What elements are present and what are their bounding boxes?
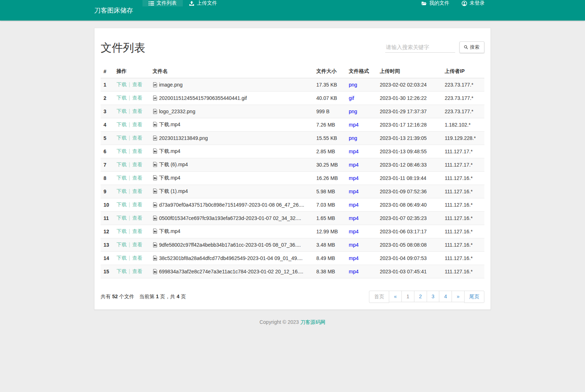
view-link[interactable]: 查看 [132, 255, 142, 261]
download-link[interactable]: 下载 [116, 215, 127, 221]
brand-title[interactable]: 刀客图床储存 [94, 0, 142, 21]
file-format-link[interactable]: mp4 [349, 189, 359, 194]
view-link[interactable]: 查看 [132, 148, 142, 154]
file-table-body: 1 下载|查看 image.png 17.35 KB png 2023-02-0… [101, 78, 484, 278]
view-link[interactable]: 查看 [132, 228, 142, 234]
row-index: 14 [101, 252, 114, 265]
download-link[interactable]: 下载 [116, 135, 127, 141]
view-link[interactable]: 查看 [132, 188, 142, 194]
file-size: 999 B [313, 105, 346, 118]
view-link[interactable]: 查看 [132, 215, 142, 221]
page-link-4[interactable]: 4 [439, 291, 452, 302]
file-format-link[interactable]: mp4 [349, 255, 359, 261]
table-row: 11 下载|查看 0500f015347ce697fc93a193efa6723… [101, 212, 484, 225]
footer-site-link[interactable]: 刀客源码网 [300, 319, 326, 325]
upload-time: 2023-01-05 08:08:08 [377, 238, 442, 252]
file-format-link[interactable]: mp4 [349, 229, 359, 234]
view-link[interactable]: 查看 [132, 202, 142, 207]
file-size: 8.49 MB [313, 252, 346, 265]
file-format-link[interactable]: mp4 [349, 149, 359, 154]
uploader-ip: 111.127.16.* [442, 212, 484, 225]
view-link[interactable]: 查看 [132, 108, 142, 114]
nav-item-upload[interactable]: 上传文件 [183, 0, 223, 6]
page-link-尾页[interactable]: 尾页 [464, 291, 484, 303]
upload-time: 2023-01-04 09:07:53 [377, 252, 442, 265]
view-link[interactable]: 查看 [132, 122, 142, 127]
file-name: 38c52301bf8a28a64dfcd77db4962549-2023-01… [159, 255, 303, 261]
download-link[interactable]: 下载 [116, 255, 127, 261]
page-link-»[interactable]: » [452, 291, 465, 302]
view-link[interactable]: 查看 [132, 175, 142, 181]
upload-time: 2023-01-03 07:45:41 [377, 265, 442, 278]
nav-item-my-files[interactable]: 我的文件 [415, 0, 456, 6]
download-link[interactable]: 下载 [116, 202, 127, 207]
search-button-label: 搜索 [470, 44, 479, 50]
table-row: 2 下载|查看 20200115124554157906355440441.gi… [101, 92, 484, 105]
file-name: 下载 (1).mp4 [159, 188, 188, 194]
file-table: # 操作 文件名 文件大小 文件格式 上传时间 上传者IP 1 下载|查看 im… [101, 65, 484, 278]
file-format-link[interactable]: png [349, 82, 357, 88]
video-file-icon [153, 216, 158, 221]
nav-item-login-status[interactable]: 未登录 [456, 0, 491, 6]
search-input[interactable] [385, 42, 455, 53]
file-format-link[interactable]: mp4 [349, 175, 359, 181]
table-row: 1 下载|查看 image.png 17.35 KB png 2023-02-0… [101, 78, 484, 92]
view-link[interactable]: 查看 [132, 162, 142, 167]
file-format-link[interactable]: mp4 [349, 162, 359, 168]
uploader-ip: 111.127.16.* [442, 198, 484, 212]
upload-time: 2023-01-06 03:17:17 [377, 225, 442, 238]
file-format-link[interactable]: mp4 [349, 215, 359, 221]
file-format-link[interactable]: mp4 [349, 122, 359, 128]
download-link[interactable]: 下载 [116, 228, 127, 234]
nav-item-file-list[interactable]: 文件列表 [142, 0, 183, 6]
view-link[interactable]: 查看 [132, 135, 142, 141]
row-index: 5 [101, 132, 114, 145]
file-format-link[interactable]: mp4 [349, 242, 359, 248]
file-format-link[interactable]: png [349, 109, 357, 114]
table-row: 6 下载|查看 下载.mp4 2.85 MB mp4 2023-01-13 09… [101, 145, 484, 158]
view-link[interactable]: 查看 [132, 242, 142, 247]
download-link[interactable]: 下载 [116, 268, 127, 274]
view-link[interactable]: 查看 [132, 268, 142, 274]
pagination-item: « [389, 291, 402, 303]
download-link[interactable]: 下载 [116, 188, 127, 194]
download-link[interactable]: 下载 [116, 148, 127, 154]
page-link-2[interactable]: 2 [414, 291, 427, 302]
download-link[interactable]: 下载 [116, 122, 127, 127]
file-size: 7.26 MB [313, 118, 346, 132]
file-count: 52 [112, 294, 118, 299]
file-format-link[interactable]: mp4 [349, 269, 359, 274]
nav-item-label: 我的文件 [429, 0, 449, 6]
file-format-link[interactable]: png [349, 135, 357, 141]
file-format-link[interactable]: gif [349, 95, 354, 101]
page-link-3[interactable]: 3 [427, 291, 440, 302]
table-row: 8 下载|查看 下载.mp4 16.26 MB mp4 2023-01-11 0… [101, 172, 484, 185]
download-link[interactable]: 下载 [116, 108, 127, 114]
download-link[interactable]: 下载 [116, 82, 127, 87]
file-size: 2.85 MB [313, 145, 346, 158]
col-header-actions: 操作 [114, 65, 150, 78]
video-file-icon [153, 242, 158, 247]
page-link-首页: 首页 [369, 291, 389, 303]
download-link[interactable]: 下载 [116, 242, 127, 247]
table-row: 4 下载|查看 下载.mp4 7.26 MB mp4 2023-01-17 12… [101, 118, 484, 132]
file-format-link[interactable]: mp4 [349, 202, 359, 208]
video-file-icon [153, 229, 158, 234]
page-link-«[interactable]: « [389, 291, 402, 302]
table-header-row: # 操作 文件名 文件大小 文件格式 上传时间 上传者IP [101, 65, 484, 78]
view-link[interactable]: 查看 [132, 95, 142, 101]
main-nav: 文件列表 上传文件 [142, 0, 223, 21]
download-link[interactable]: 下载 [116, 175, 127, 181]
view-link[interactable]: 查看 [132, 82, 142, 87]
action-separator: | [129, 82, 130, 87]
search-button[interactable]: 搜索 [459, 41, 484, 53]
upload-time: 2023-01-30 12:26:22 [377, 92, 442, 105]
file-size: 16.26 MB [313, 172, 346, 185]
download-link[interactable]: 下载 [116, 95, 127, 101]
folder-open-icon [421, 1, 427, 6]
pagination-item: 3 [427, 291, 440, 303]
upload-time: 2023-01-13 09:48:55 [377, 145, 442, 158]
download-link[interactable]: 下载 [116, 162, 127, 167]
file-size: 12.99 MB [313, 225, 346, 238]
file-size: 17.35 KB [313, 78, 346, 92]
